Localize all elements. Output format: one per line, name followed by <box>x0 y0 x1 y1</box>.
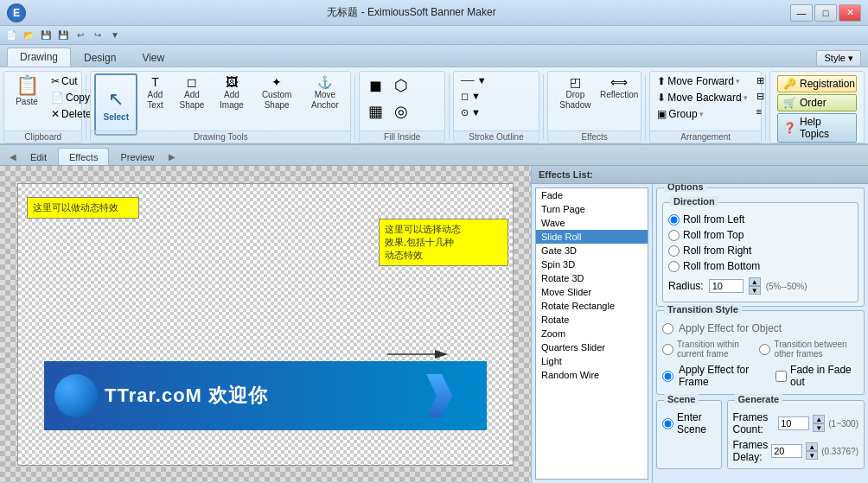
fill-btn-1[interactable]: ◼ <box>363 73 387 98</box>
radio-roll-bottom-input[interactable] <box>668 261 680 272</box>
enter-scene-radio[interactable] <box>662 418 673 429</box>
radio-roll-top-input[interactable] <box>668 230 680 241</box>
effect-gate-3d[interactable]: Gate 3D <box>536 244 648 257</box>
align-btn-3[interactable]: ≡ <box>753 105 768 118</box>
frames-count-input[interactable] <box>778 416 809 430</box>
canvas-area[interactable]: 这里可以做动态特效 这里可以选择动态效果,包括十几种动态特效 TTrar.coM… <box>0 166 531 483</box>
title-bar: E 无标题 - EximiousSoft Banner Maker — □ ✕ <box>0 0 868 26</box>
effect-slide-roll[interactable]: Slide Roll <box>536 230 648 244</box>
effect-rotate-3d[interactable]: Rotate 3D <box>536 271 648 285</box>
effect-rotate-rect[interactable]: Rotate Rectangle <box>536 299 648 313</box>
frames-count-up[interactable]: ▲ <box>813 415 825 423</box>
tab-drawing[interactable]: Drawing <box>7 48 71 67</box>
effects-list-panel: Fade Turn Page Wave Slide Roll Gate 3D S… <box>532 184 653 483</box>
radio-roll-bottom: Roll from Bottom <box>668 258 852 274</box>
move-anchor-button[interactable]: ⚓ Move Anchor <box>303 73 347 113</box>
trans-current-radio[interactable] <box>662 344 673 355</box>
radius-down[interactable]: ▼ <box>749 286 761 295</box>
add-text-button[interactable]: T Add Text <box>139 73 171 113</box>
effect-fade[interactable]: Fade <box>536 188 648 202</box>
frames-count-range: (1~300) <box>828 419 858 429</box>
registration-button[interactable]: 🔑 Registration <box>777 75 857 92</box>
move-forward-button[interactable]: ⬆ Move Forward ▾ <box>654 73 750 89</box>
ribbon-tabs: Drawing Design View Style ▾ <box>0 45 868 67</box>
radius-up[interactable]: ▲ <box>749 277 761 286</box>
align-btn-2[interactable]: ⊟ <box>753 89 768 104</box>
effect-rotate[interactable]: Rotate <box>536 313 648 327</box>
arrangement-group: ⬆ Move Forward ▾ ⬇ Move Backward ▾ ▣ Gro… <box>649 71 762 143</box>
radio-roll-left-input[interactable] <box>668 214 680 226</box>
scene-gen-row: Scene Enter Scene Generate Frames Count: <box>656 400 865 469</box>
qt-save[interactable]: 💾 <box>38 28 54 43</box>
svg-marker-1 <box>435 350 448 359</box>
radius-label: Radius: <box>668 280 704 292</box>
frames-delay-down[interactable]: ▼ <box>806 451 818 460</box>
reflection-button[interactable]: ⟺ Reflection <box>601 73 638 103</box>
tab-right-arrow[interactable]: ▶ <box>166 148 178 165</box>
select-button[interactable]: ↖ Select <box>94 73 137 136</box>
group-button[interactable]: ▣ Group ▾ <box>654 106 750 122</box>
fade-checkbox-input[interactable] <box>775 371 787 382</box>
tab-effects[interactable]: Effects <box>58 148 109 165</box>
trans-other-label: Transition between other frames <box>774 340 858 359</box>
delete-button[interactable]: ✕ Delete <box>48 106 95 122</box>
effects-listbox[interactable]: Fade Turn Page Wave Slide Roll Gate 3D S… <box>535 187 648 480</box>
effect-move-slider[interactable]: Move Slider <box>536 285 648 299</box>
add-shape-button[interactable]: ◻ Add Shape <box>173 73 211 113</box>
stroke-btn-1[interactable]: ── ▼ <box>457 73 490 87</box>
frames-delay-input[interactable] <box>771 444 802 458</box>
order-button[interactable]: 🛒 Order <box>777 94 857 111</box>
qt-new[interactable]: 📄 <box>3 28 19 43</box>
effect-turn-page[interactable]: Turn Page <box>536 202 648 216</box>
cut-button[interactable]: ✂ Cut <box>48 73 95 89</box>
effect-light[interactable]: Light <box>536 354 648 368</box>
custom-shape-button[interactable]: ✦ Custom Shape <box>252 73 302 113</box>
trans-other-radio[interactable] <box>759 344 770 355</box>
paste-button[interactable]: 📋 Paste <box>8 73 46 110</box>
effect-quarters[interactable]: Quarters Slider <box>536 340 648 354</box>
frames-delay-up[interactable]: ▲ <box>806 442 818 451</box>
tab-design[interactable]: Design <box>71 48 129 67</box>
frames-count-down[interactable]: ▼ <box>813 423 825 432</box>
qt-redo[interactable]: ↪ <box>90 28 105 43</box>
trans-frame-radio[interactable] <box>662 371 673 382</box>
effect-random-wire[interactable]: Random Wire <box>536 368 648 382</box>
sep3 <box>449 74 450 140</box>
effect-zoom[interactable]: Zoom <box>536 327 648 340</box>
order-icon: 🛒 <box>783 97 796 109</box>
frames-delay-label: Frames Delay: <box>733 439 769 463</box>
fill-btn-2[interactable]: ⬡ <box>389 73 413 98</box>
copy-button[interactable]: 📄 Copy <box>48 90 95 105</box>
drop-shadow-button[interactable]: ◰ Drop Shadow <box>552 73 599 113</box>
radio-roll-right-input[interactable] <box>668 245 680 257</box>
tab-view[interactable]: View <box>129 48 177 67</box>
select-icon: ↖ <box>108 88 124 111</box>
maximize-button[interactable]: □ <box>814 4 837 22</box>
add-image-button[interactable]: 🖼 Add Image <box>213 73 251 113</box>
tab-left-arrow[interactable]: ◀ <box>7 148 19 165</box>
stroke-btn-2[interactable]: ◻ ▼ <box>457 89 490 104</box>
minimize-button[interactable]: — <box>790 4 813 22</box>
trans-obj-radio[interactable] <box>662 323 673 334</box>
tab-edit[interactable]: Edit <box>19 148 58 165</box>
effect-spin-3d[interactable]: Spin 3D <box>536 257 648 271</box>
qt-undo[interactable]: ↩ <box>73 28 88 43</box>
effect-wave[interactable]: Wave <box>536 216 648 230</box>
qt-save2[interactable]: 💾 <box>55 28 71 43</box>
qt-open[interactable]: 📂 <box>21 28 36 43</box>
arrangement-btns2: ⊞ ⊟ ≡ <box>753 73 768 118</box>
fill-btn-4[interactable]: ◎ <box>389 99 413 124</box>
stroke-btn-3[interactable]: ⊙ ▼ <box>457 105 490 120</box>
canvas-note-2: 这里可以选择动态效果,包括十几种动态特效 <box>379 219 508 266</box>
style-dropdown[interactable]: Style ▾ <box>816 50 861 67</box>
stroke-outline-label: Stroke Outline <box>454 130 539 143</box>
tab-preview[interactable]: Preview <box>109 148 165 165</box>
help-topics-button[interactable]: ❓ Help Topics <box>777 113 857 143</box>
close-button[interactable]: ✕ <box>839 4 861 22</box>
move-backward-button[interactable]: ⬇ Move Backward ▾ <box>654 90 750 105</box>
radius-input[interactable] <box>709 279 744 293</box>
align-btn-1[interactable]: ⊞ <box>753 73 768 88</box>
roll-left-label: Roll from Left <box>683 213 744 226</box>
fill-btn-3[interactable]: ▦ <box>363 99 387 124</box>
qt-dropdown[interactable]: ▼ <box>107 28 123 43</box>
